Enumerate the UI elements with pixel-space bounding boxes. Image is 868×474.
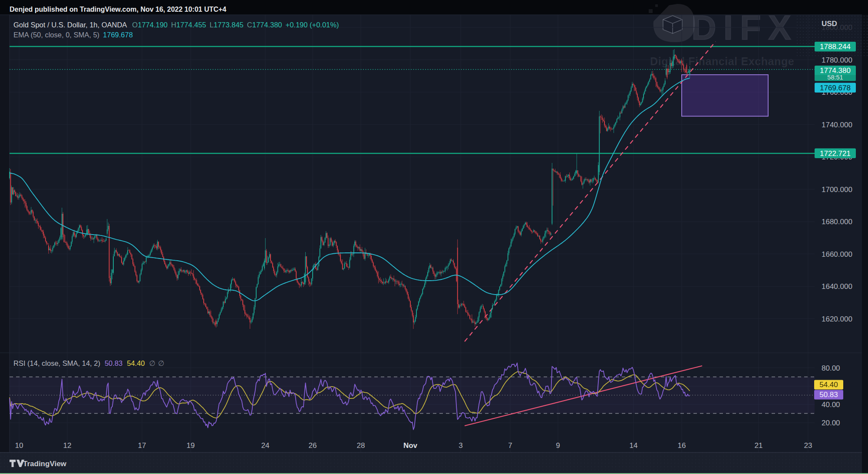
svg-text:1722.721: 1722.721 bbox=[820, 149, 851, 158]
svg-text:1788.244: 1788.244 bbox=[820, 43, 851, 51]
svg-text:54.40: 54.40 bbox=[819, 381, 838, 389]
svg-text:26: 26 bbox=[309, 441, 317, 450]
svg-text:7: 7 bbox=[508, 441, 512, 450]
svg-text:1769.678: 1769.678 bbox=[820, 84, 851, 92]
svg-text:23: 23 bbox=[804, 441, 812, 450]
svg-text:24: 24 bbox=[261, 441, 270, 450]
svg-text:3: 3 bbox=[459, 441, 462, 450]
svg-text:1740.000: 1740.000 bbox=[822, 121, 852, 129]
svg-text:1640.000: 1640.000 bbox=[822, 282, 852, 291]
svg-text:1700.000: 1700.000 bbox=[822, 186, 852, 194]
svg-text:19: 19 bbox=[187, 441, 195, 450]
svg-text:1620.000: 1620.000 bbox=[822, 315, 852, 323]
svg-text:12: 12 bbox=[63, 441, 72, 450]
svg-text:9: 9 bbox=[556, 441, 560, 450]
svg-text:RSI (14, close, SMA, 14, 2)50.: RSI (14, close, SMA, 14, 2)50.8354.40∅∅ bbox=[13, 359, 164, 367]
svg-text:1780.000: 1780.000 bbox=[822, 56, 852, 64]
svg-text:21: 21 bbox=[755, 441, 763, 450]
svg-text:TradingView: TradingView bbox=[23, 460, 67, 468]
svg-text:Gold Spot / U.S. Dollar, 1h, O: Gold Spot / U.S. Dollar, 1h, OANDAO1774.… bbox=[13, 21, 339, 29]
svg-text:80.00: 80.00 bbox=[822, 364, 840, 372]
svg-text:Nov: Nov bbox=[403, 441, 418, 450]
svg-text:50.83: 50.83 bbox=[819, 391, 838, 399]
svg-text:40.00: 40.00 bbox=[822, 401, 840, 409]
svg-text:1660.000: 1660.000 bbox=[822, 250, 852, 259]
svg-text:14: 14 bbox=[630, 441, 638, 450]
svg-text:16: 16 bbox=[678, 441, 686, 450]
svg-text:20.00: 20.00 bbox=[822, 419, 840, 427]
svg-text:EMA (50, close, 0, SMA, 5)1769: EMA (50, close, 0, SMA, 5)1769.678 bbox=[13, 31, 133, 39]
svg-text:1680.000: 1680.000 bbox=[822, 218, 852, 226]
svg-text:17: 17 bbox=[138, 441, 146, 450]
svg-text:USD: USD bbox=[822, 20, 837, 28]
svg-text:Digital Financial Exchange: Digital Financial Exchange bbox=[650, 55, 794, 67]
svg-text:28: 28 bbox=[357, 441, 365, 450]
svg-text:10: 10 bbox=[15, 441, 23, 450]
svg-text:Denjed published on TradingVie: Denjed published on TradingView.com, Nov… bbox=[10, 6, 226, 13]
